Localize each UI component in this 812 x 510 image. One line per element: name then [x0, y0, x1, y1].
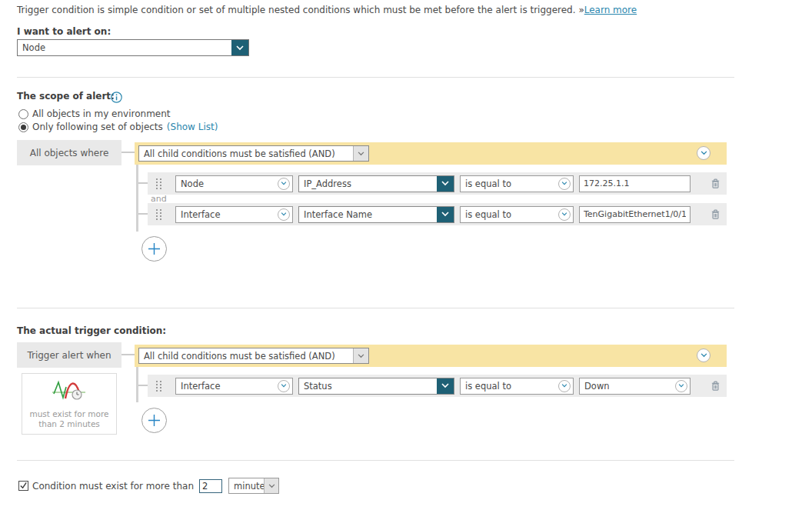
scope-group-bar: All child conditions must be satisfied (…: [135, 142, 727, 165]
chevron-down-icon: [558, 380, 571, 392]
operator-select[interactable]: is equal to: [460, 206, 574, 223]
radio-subset-label: Only following set of objects: [32, 122, 163, 132]
show-list-link[interactable]: (Show List): [167, 122, 218, 132]
trigger-condition-page: Trigger condition is simple condition or…: [0, 0, 812, 510]
condition-row: Interface Interface Name is equal to: [148, 203, 727, 225]
chevron-down-icon: [675, 380, 687, 392]
operator-value: is equal to: [465, 381, 511, 392]
condition-row: Node IP_Address is equal to: [148, 172, 727, 195]
trash-icon[interactable]: [710, 380, 720, 392]
scope-group-condition-select[interactable]: All child conditions must be satisfied (…: [138, 145, 369, 162]
chevron-down-icon: [558, 178, 571, 190]
drag-handle-icon[interactable]: [156, 178, 162, 189]
connector-line: [121, 354, 135, 355]
trash-icon[interactable]: [710, 178, 720, 189]
scope-heading: The scope of alert:: [17, 91, 115, 102]
value-select[interactable]: Down: [579, 378, 691, 395]
connector-line: [121, 152, 135, 153]
add-trigger-condition-button[interactable]: [141, 408, 167, 433]
divider: [17, 77, 734, 78]
operator-select[interactable]: is equal to: [460, 378, 574, 395]
chevron-down-icon[interactable]: [353, 146, 368, 161]
radio-only-following[interactable]: [18, 122, 28, 132]
drag-handle-icon[interactable]: [156, 381, 162, 392]
trigger-alert-when-label: Trigger alert when: [17, 342, 121, 368]
object-type-value: Interface: [181, 381, 221, 392]
object-type-select[interactable]: Interface: [175, 206, 293, 223]
alert-on-label: I want to alert on:: [17, 26, 111, 37]
value-input[interactable]: [579, 206, 691, 223]
field-select[interactable]: IP_Address: [298, 175, 454, 192]
chevron-down-icon: [437, 207, 454, 222]
field-select[interactable]: Status: [298, 378, 454, 395]
divider: [17, 308, 734, 308]
operator-select[interactable]: is equal to: [460, 175, 574, 192]
duration-unit-value: minutes: [229, 478, 264, 493]
trigger-group-bar: All child conditions must be satisfied (…: [135, 345, 727, 367]
collapse-group-icon[interactable]: [697, 146, 710, 160]
duration-note-line1: must exist for more: [29, 409, 108, 419]
divider: [17, 460, 734, 461]
radio-all-objects-label: All objects in my environment: [32, 108, 171, 119]
object-type-select[interactable]: Node: [175, 175, 293, 192]
trigger-heading: The actual trigger condition:: [17, 325, 166, 336]
alert-on-value: Node: [18, 40, 231, 55]
radio-row-subset: Only following set of objects (Show List…: [18, 122, 218, 132]
trash-icon[interactable]: [710, 208, 720, 220]
radio-dot: [21, 125, 26, 130]
link-prefix: »: [578, 5, 584, 15]
drag-handle-icon[interactable]: [156, 209, 162, 220]
radio-all-objects[interactable]: [18, 109, 28, 119]
scope-group-condition-value: All child conditions must be satisfied (…: [139, 146, 353, 161]
intro-text: Trigger condition is simple condition or…: [17, 5, 724, 15]
learn-more-link[interactable]: Learn more: [584, 5, 637, 15]
collapse-group-icon[interactable]: [697, 348, 710, 362]
duration-row: Condition must exist for more than minut…: [18, 478, 279, 494]
chevron-down-icon: [437, 176, 454, 192]
duration-note-line2: than 2 minutes: [38, 419, 100, 429]
radio-row-all-objects: All objects in my environment: [18, 108, 171, 119]
tree-line: [136, 165, 138, 232]
connector-line: [138, 385, 148, 386]
waveform-clock-icon: [52, 379, 87, 405]
chevron-down-icon[interactable]: [231, 40, 248, 55]
trigger-group-condition-select[interactable]: All child conditions must be satisfied (…: [138, 348, 369, 364]
chevron-down-icon: [437, 378, 454, 394]
condition-row: Interface Status is equal to Down: [148, 375, 727, 397]
connector-line: [138, 182, 148, 184]
field-select[interactable]: Interface Name: [298, 206, 454, 223]
operator-value: is equal to: [465, 209, 511, 220]
value-text: Down: [584, 381, 610, 392]
chevron-down-icon: [558, 208, 571, 221]
add-condition-button[interactable]: [141, 236, 167, 262]
duration-unit-select[interactable]: minutes: [228, 478, 279, 494]
object-type-select[interactable]: Interface: [175, 378, 293, 395]
chevron-down-icon: [278, 208, 290, 221]
chevron-down-icon[interactable]: [264, 478, 278, 493]
chevron-down-icon: [278, 178, 290, 190]
duration-checkbox[interactable]: [18, 481, 28, 491]
trigger-group-condition-value: All child conditions must be satisfied (…: [139, 348, 353, 363]
connector-line: [138, 213, 148, 215]
duration-label: Condition must exist for more than: [32, 481, 194, 492]
chevron-down-icon: [278, 380, 290, 392]
all-objects-where-label: All objects where: [17, 140, 121, 165]
value-input[interactable]: [579, 175, 691, 192]
alert-on-select[interactable]: Node: [17, 39, 249, 56]
object-type-value: Node: [181, 178, 204, 189]
intro-sentence: Trigger condition is simple condition or…: [17, 5, 576, 15]
info-icon[interactable]: [111, 92, 122, 105]
field-value: Status: [299, 378, 437, 394]
chevron-down-icon[interactable]: [353, 348, 368, 363]
duration-note-box: must exist for more than 2 minutes: [22, 373, 117, 435]
operator-value: is equal to: [465, 178, 511, 189]
field-value: Interface Name: [299, 207, 437, 222]
object-type-value: Interface: [181, 209, 221, 220]
field-value: IP_Address: [299, 176, 437, 192]
duration-value-input[interactable]: [199, 479, 222, 493]
